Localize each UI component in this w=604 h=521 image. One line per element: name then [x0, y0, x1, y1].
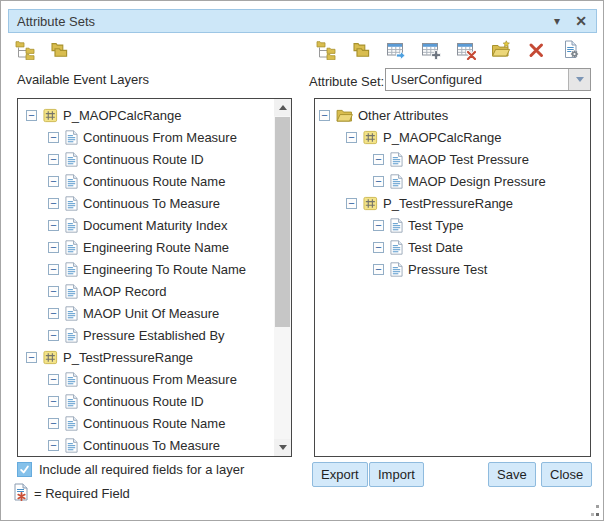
collapse-toggle-icon[interactable]: −: [346, 198, 357, 209]
tree-item-label: P_MAOPCalcRange: [383, 130, 502, 145]
collapse-toggle-icon[interactable]: −: [26, 352, 37, 363]
collapse-toggle-icon[interactable]: −: [346, 132, 357, 143]
tree-item[interactable]: −MAOP Record: [18, 280, 291, 302]
tree-item[interactable]: −MAOP Test Pressure: [315, 148, 590, 170]
collapse-toggle-icon[interactable]: −: [373, 242, 384, 253]
tree-item[interactable]: −Other Attributes: [315, 104, 590, 126]
expand-all-icon[interactable]: [316, 40, 336, 60]
attribute-set-value: UserConfigured: [386, 72, 568, 87]
arrow-up-icon: [279, 105, 287, 110]
tree-item-label: P_TestPressureRange: [383, 196, 513, 211]
table-export-icon[interactable]: [386, 40, 406, 60]
collapse-toggle-icon[interactable]: −: [48, 242, 59, 253]
tree-item[interactable]: −P_TestPressureRange: [315, 192, 590, 214]
tree-item[interactable]: −MAOP Unit Of Measure: [18, 302, 291, 324]
collapse-toggle-icon[interactable]: −: [319, 110, 330, 121]
tree-item[interactable]: −P_MAOPCalcRange: [18, 104, 291, 126]
collapse-toggle-icon[interactable]: −: [48, 418, 59, 429]
tree-item[interactable]: −MAOP Design Pressure: [315, 170, 590, 192]
collapse-toggle-icon[interactable]: −: [48, 286, 59, 297]
collapse-toggle-icon[interactable]: −: [48, 198, 59, 209]
window-titlebar[interactable]: Attribute Sets ▾ ✕: [8, 9, 597, 33]
field-icon: [65, 438, 78, 453]
close-button[interactable]: Close: [541, 462, 592, 487]
collapse-toggle-icon[interactable]: −: [48, 374, 59, 385]
tree-item-label: Continuous Route ID: [83, 394, 204, 409]
field-icon: [390, 262, 403, 277]
export-button[interactable]: Export: [312, 462, 368, 487]
collapse-all-icon[interactable]: [351, 40, 371, 60]
dropdown-button[interactable]: [568, 69, 590, 90]
scroll-up-button[interactable]: [274, 99, 291, 116]
tree-item[interactable]: −Continuous From Measure: [18, 368, 291, 390]
collapse-toggle-icon[interactable]: −: [48, 440, 59, 451]
tree-item[interactable]: −Continuous From Measure: [18, 126, 291, 148]
collapse-toggle-icon[interactable]: −: [48, 154, 59, 165]
tree-item[interactable]: −Continuous Route Name: [18, 170, 291, 192]
include-required-fields-label: Include all required fields for a layer: [39, 462, 244, 477]
collapse-toggle-icon[interactable]: −: [373, 264, 384, 275]
attribute-set-tree-panel: −Other Attributes−P_MAOPCalcRange−MAOP T…: [314, 98, 591, 457]
tree-item[interactable]: −Continuous Route Name: [18, 412, 291, 434]
field-icon: [65, 152, 78, 167]
field-icon: [65, 130, 78, 145]
field-icon: [65, 394, 78, 409]
tree-item-label: Continuous From Measure: [83, 372, 237, 387]
field-icon: [65, 416, 78, 431]
tree-item[interactable]: −Continuous Route ID: [18, 390, 291, 412]
tree-item[interactable]: −Continuous To Measure: [18, 192, 291, 214]
scrollbar-thumb[interactable]: [275, 117, 290, 327]
tree-item-label: Document Maturity Index: [83, 218, 228, 233]
collapse-toggle-icon[interactable]: −: [48, 330, 59, 341]
tree-item[interactable]: −Continuous To Measure: [18, 434, 291, 456]
tree-item-label: P_MAOPCalcRange: [63, 108, 182, 123]
collapse-toggle-icon[interactable]: −: [48, 220, 59, 231]
folder-new-icon[interactable]: [491, 40, 511, 60]
tree-item[interactable]: −Test Type: [315, 214, 590, 236]
collapse-toggle-icon[interactable]: −: [48, 176, 59, 187]
tree-item-label: Other Attributes: [358, 108, 448, 123]
tree-item-label: Pressure Test: [408, 262, 487, 277]
file-settings-icon[interactable]: [561, 40, 581, 60]
arrow-down-icon: [279, 445, 287, 450]
table-add-icon[interactable]: [421, 40, 441, 60]
left-toolbar: [15, 40, 69, 60]
scroll-down-button[interactable]: [274, 439, 291, 456]
delete-icon[interactable]: [526, 40, 546, 60]
resize-grip[interactable]: [587, 505, 599, 516]
import-button[interactable]: Import: [369, 462, 424, 487]
close-icon[interactable]: ✕: [572, 10, 590, 32]
collapse-toggle-icon[interactable]: −: [48, 396, 59, 407]
collapse-toggle-icon[interactable]: −: [373, 154, 384, 165]
available-event-layers-label: Available Event Layers: [17, 72, 149, 87]
collapse-toggle-icon[interactable]: −: [48, 264, 59, 275]
collapse-toggle-icon[interactable]: −: [48, 132, 59, 143]
include-required-fields-checkbox[interactable]: [17, 462, 32, 477]
tree-item[interactable]: −Engineering Route Name: [18, 236, 291, 258]
collapse-toggle-icon[interactable]: −: [48, 308, 59, 319]
tree-item-label: Continuous Route Name: [83, 416, 225, 431]
chevron-down-icon: [576, 77, 584, 82]
tree-item[interactable]: −Pressure Established By: [18, 324, 291, 346]
tree-item[interactable]: −Document Maturity Index: [18, 214, 291, 236]
attribute-set-select[interactable]: UserConfigured: [385, 68, 591, 91]
tree-item[interactable]: −Engineering To Route Name: [18, 258, 291, 280]
collapse-chevron-icon[interactable]: ▾: [548, 10, 566, 32]
field-icon: [65, 306, 78, 321]
save-button[interactable]: Save: [488, 462, 536, 487]
collapse-toggle-icon[interactable]: −: [26, 110, 37, 121]
tree-item[interactable]: −Continuous Route ID: [18, 148, 291, 170]
collapse-all-icon[interactable]: [49, 40, 69, 60]
table-remove-icon[interactable]: [456, 40, 476, 60]
tree-item[interactable]: −Test Date: [315, 236, 590, 258]
tree-item[interactable]: −Pressure Test: [315, 258, 590, 280]
attribute-sets-dialog: Attribute Sets ▾ ✕ Available Event Layer…: [0, 0, 604, 521]
expand-all-icon[interactable]: [15, 40, 35, 60]
tree-item-label: Continuous To Measure: [83, 196, 220, 211]
tree-item[interactable]: −P_MAOPCalcRange: [315, 126, 590, 148]
collapse-toggle-icon[interactable]: −: [373, 220, 384, 231]
vertical-scrollbar[interactable]: [274, 99, 291, 456]
tree-item[interactable]: −P_TestPressureRange: [18, 346, 291, 368]
collapse-toggle-icon[interactable]: −: [373, 176, 384, 187]
tree-item-label: MAOP Record: [83, 284, 167, 299]
